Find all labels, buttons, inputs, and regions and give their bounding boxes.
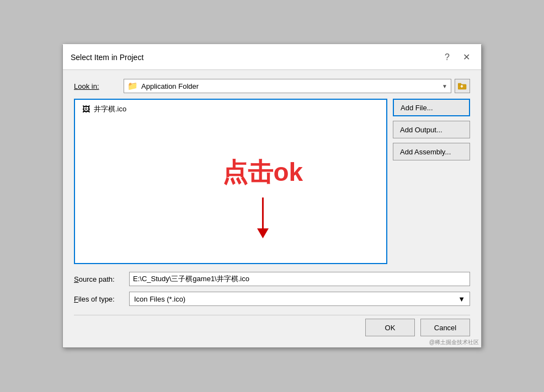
file-list-panel[interactable]: 🖼 井字棋.ico 点击ok [74, 99, 387, 264]
add-output-button[interactable]: Add Output... [393, 121, 470, 138]
source-path-input[interactable] [129, 272, 470, 286]
right-buttons: Add File... Add Output... Add Assembly..… [393, 99, 470, 264]
folder-nav-button[interactable] [455, 79, 470, 93]
svg-rect-1 [458, 83, 461, 85]
title-bar-left: Select Item in Project [71, 53, 143, 62]
dialog-body: Look in: 📁 Application Folder ▼ [63, 70, 481, 347]
source-path-row: Source path: [74, 272, 470, 286]
look-in-row: Look in: 📁 Application Folder ▼ [74, 79, 470, 93]
dialog-title: Select Item in Project [71, 53, 143, 62]
chevron-down-icon: ▼ [458, 295, 465, 303]
folder-icon: 📁 [127, 81, 138, 91]
help-button[interactable]: ? [441, 51, 453, 63]
cancel-button[interactable]: Cancel [420, 319, 470, 336]
file-item[interactable]: 🖼 井字棋.ico [79, 103, 382, 115]
watermark-text: 点击ok [222, 155, 303, 190]
chevron-down-icon: ▼ [442, 83, 447, 89]
add-file-button[interactable]: Add File... [393, 99, 470, 116]
file-name: 井字棋.ico [94, 104, 126, 114]
look-in-label: Look in: [74, 82, 118, 90]
add-assembly-button[interactable]: Add Assembly... [393, 143, 470, 160]
folder-select-wrapper: 📁 Application Folder ▼ [124, 79, 470, 93]
files-type-label: Files of type: [74, 295, 124, 303]
arrow-annotation [241, 192, 285, 241]
files-type-value: Icon Files (*.ico) [134, 295, 185, 303]
title-bar-right: ? ✕ [441, 51, 473, 63]
folder-name: Application Folder [141, 82, 199, 90]
watermark-container: 点击ok [222, 155, 303, 241]
main-area: 🖼 井字棋.ico 点击ok [74, 99, 470, 264]
folder-up-icon [458, 82, 467, 90]
ok-button[interactable]: OK [365, 319, 415, 336]
close-button[interactable]: ✕ [460, 51, 473, 63]
file-icon: 🖼 [82, 105, 90, 114]
look-in-dropdown[interactable]: 📁 Application Folder ▼ [124, 79, 451, 93]
files-type-row: Files of type: Icon Files (*.ico) ▼ [74, 292, 470, 306]
title-bar: Select Item in Project ? ✕ [63, 45, 481, 70]
files-type-dropdown[interactable]: Icon Files (*.ico) ▼ [129, 292, 470, 306]
bottom-buttons: OK Cancel [74, 315, 470, 339]
source-path-label: Source path: [74, 275, 124, 283]
dialog: Select Item in Project ? ✕ Look in: 📁 Ap… [62, 44, 482, 348]
copyright-text: @稀土掘金技术社区 [429, 339, 479, 346]
